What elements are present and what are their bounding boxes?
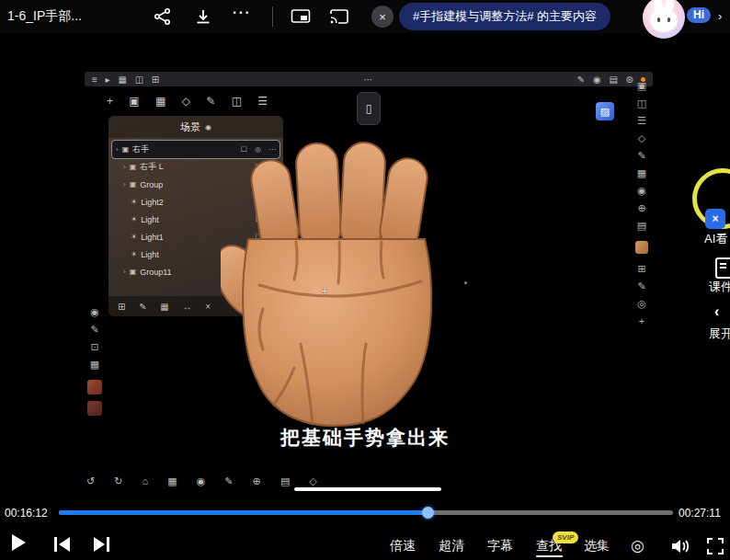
play-button[interactable] — [12, 534, 26, 551]
courseware-icon-lines — [720, 263, 726, 265]
scene-info-icon[interactable]: ◉ — [205, 123, 211, 131]
progress-handle[interactable] — [422, 507, 434, 519]
phone-mirror-icon[interactable]: ▯ — [357, 92, 381, 125]
video-subtitle: 把基础手势拿出来 — [0, 425, 730, 451]
video-player-window: 1-6_IP手部... ⋯ × #手指建模与调整方法# 的主要内容 Hi › — [0, 0, 730, 560]
viewport-speck — [464, 281, 467, 284]
assistant-avatar[interactable] — [643, 0, 685, 39]
cast-screen-icon[interactable] — [329, 7, 349, 26]
color-swatch[interactable] — [87, 401, 102, 416]
app-bottom-tool-strip[interactable]: ↺ ↻ ⌂ ▦ ◉ ✎ ⊕ ▤ ◇ — [86, 475, 325, 487]
light-icon: ☀ — [131, 198, 137, 206]
courseware-label[interactable]: 课件 — [709, 279, 730, 295]
svip-badge: SVIP — [553, 531, 578, 543]
episodes-button[interactable]: 选集 — [584, 538, 610, 554]
app-right-tool-strip: ▣ ◫ ☰ ◇ ✎ ▦ ◉ ⊕ ▤ ⊞ ✎ ◎ + — [633, 77, 651, 330]
progress-bar[interactable] — [59, 510, 673, 515]
ai-watch-label[interactable]: AI看 — [704, 231, 727, 247]
chevron-right-icon[interactable]: › — [718, 9, 722, 23]
disclosure-icon[interactable]: › — [123, 163, 126, 171]
object-icon: ▣ — [130, 163, 137, 171]
playback-speed-button[interactable]: 倍速 — [390, 538, 416, 554]
close-icon[interactable]: × — [371, 6, 394, 28]
right-strip-icons[interactable]: ▣ ◫ ☰ ◇ ✎ ▦ ◉ ⊕ ▤ — [637, 77, 646, 234]
avatar-eye — [667, 17, 670, 22]
scene-row-label: 右手 — [132, 143, 234, 155]
disclosure-icon[interactable]: › — [123, 180, 126, 189]
picture-in-picture-icon[interactable] — [291, 7, 311, 26]
expand-label[interactable]: 展开 — [709, 326, 730, 342]
total-duration: 00:27:11 — [679, 507, 721, 520]
scene-title: 场景 — [180, 120, 200, 134]
ai-assistant-icon[interactable]: × — [705, 209, 725, 229]
courseware-icon[interactable] — [715, 257, 730, 279]
topic-pill[interactable]: #手指建模与调整方法# 的主要内容 — [399, 3, 610, 30]
image-app-icon[interactable]: ▨ — [596, 102, 614, 120]
subtitles-button[interactable]: 字幕 — [487, 538, 513, 554]
disclosure-icon[interactable]: › — [123, 268, 126, 276]
next-episode-button[interactable] — [91, 535, 111, 557]
object-icon: ▣ — [130, 180, 137, 189]
previous-episode-button[interactable] — [52, 535, 73, 557]
app-toolbar-left-icons[interactable]: ≡ ▸ ▦ ◫ ⊞ — [92, 74, 162, 85]
divider — [272, 6, 273, 27]
more-menu-icon[interactable]: ⋯ — [232, 1, 250, 23]
scene-panel-header: 场景 ◉ — [108, 116, 283, 138]
share-icon[interactable] — [153, 7, 173, 26]
object-icon: ▣ — [122, 145, 130, 154]
light-icon: ☀ — [131, 250, 137, 258]
app-cursor: + — [322, 285, 327, 296]
app-tool-row-icons[interactable]: + ▣ ▦ ◇ ✎ ◫ ☰ — [107, 92, 274, 110]
material-swatch[interactable] — [635, 241, 648, 254]
app-left-tool-strip: ◉ ✎ ⊡ ▦ — [86, 303, 103, 416]
light-icon: ☀ — [131, 215, 137, 223]
light-icon: ☀ — [131, 233, 137, 241]
fullscreen-icon[interactable] — [706, 537, 724, 559]
inner-progress-line[interactable] — [294, 487, 441, 491]
avatar-face — [650, 8, 678, 32]
hand-3d-model[interactable] — [221, 136, 451, 430]
progress-fill — [59, 510, 428, 515]
right-strip-icons[interactable]: ⊞ ✎ ◎ + — [637, 260, 646, 330]
record-settings-icon[interactable]: ◎ — [631, 536, 644, 555]
volume-icon[interactable] — [670, 538, 690, 558]
current-time: 00:16:12 — [5, 507, 48, 520]
app-toolbar-center-handle-icon[interactable]: ⋯ — [363, 74, 375, 85]
left-strip-icons[interactable]: ◉ ✎ ⊡ ▦ — [90, 303, 99, 373]
top-bar: 1-6_IP手部... ⋯ × #手指建模与调整方法# 的主要内容 Hi › — [0, 0, 730, 33]
download-icon[interactable] — [193, 7, 213, 26]
assistant-greeting-bubble[interactable]: Hi — [687, 7, 711, 23]
quality-button[interactable]: 超清 — [439, 538, 464, 554]
app-toolbar-right-icons[interactable]: ✎ ◉ ▤ ⊛ — [577, 74, 636, 85]
color-swatch[interactable] — [87, 380, 102, 394]
find-active-underline — [536, 555, 563, 557]
app-top-toolbar: ≡ ▸ ▦ ◫ ⊞ ⋯ ✎ ◉ ▤ ⊛ — [85, 72, 653, 86]
video-title: 1-6_IP手部... — [7, 8, 82, 25]
object-icon: ▣ — [130, 268, 137, 276]
avatar-eye — [657, 17, 660, 22]
disclosure-icon[interactable]: › — [116, 145, 119, 154]
expand-chevron-icon[interactable]: ‹ — [714, 303, 719, 320]
